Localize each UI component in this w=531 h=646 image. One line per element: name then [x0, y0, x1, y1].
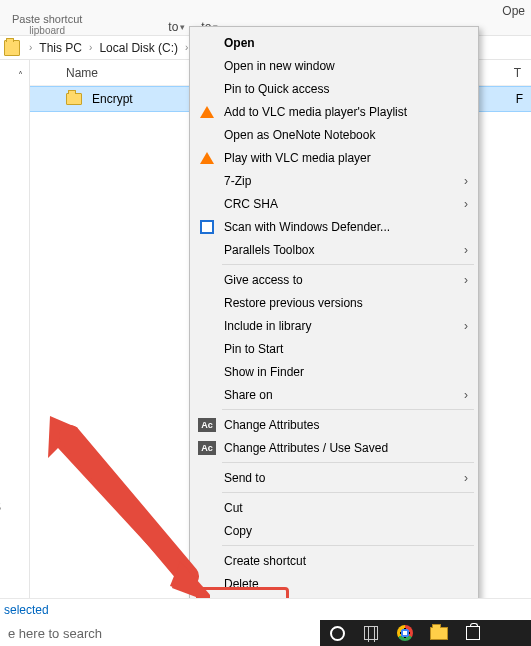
separator: [222, 462, 474, 463]
ctx-pin-start[interactable]: Pin to Start: [192, 337, 476, 360]
submenu-arrow-icon: ›: [464, 197, 468, 211]
column-right[interactable]: T: [514, 66, 531, 80]
ribbon-open[interactable]: Ope: [502, 0, 531, 18]
vlc-icon: [198, 103, 216, 121]
svg-line-2: [70, 436, 188, 576]
ctx-onenote[interactable]: Open as OneNote Notebook: [192, 123, 476, 146]
submenu-arrow-icon: ›: [464, 388, 468, 402]
submenu-arrow-icon: ›: [464, 273, 468, 287]
ctx-include-library[interactable]: Include in library›: [192, 314, 476, 337]
submenu-arrow-icon: ›: [464, 319, 468, 333]
ac-icon: Ac: [198, 416, 216, 434]
svg-marker-0: [48, 416, 190, 578]
ctx-restore-versions[interactable]: Restore previous versions: [192, 291, 476, 314]
vlc-icon: [198, 149, 216, 167]
ac-icon: Ac: [198, 439, 216, 457]
cortana-icon[interactable]: [320, 620, 354, 646]
explorer-icon[interactable]: [422, 620, 456, 646]
crumb-this-pc[interactable]: This PC: [37, 40, 84, 56]
ctx-7zip[interactable]: 7-Zip›: [192, 169, 476, 192]
separator: [222, 409, 474, 410]
taskbar-search[interactable]: e here to search: [0, 620, 320, 646]
column-name[interactable]: Name: [66, 66, 98, 80]
ctx-parallels[interactable]: Parallels Toolbox›: [192, 238, 476, 261]
annotation-arrow: [30, 406, 210, 616]
ctx-change-attributes-saved[interactable]: AcChange Attributes / Use Saved: [192, 436, 476, 459]
file-right-col: F: [516, 92, 531, 106]
chevron-down-icon: ▾: [180, 22, 185, 32]
store-icon[interactable]: [456, 620, 490, 646]
ctx-show-finder[interactable]: Show in Finder: [192, 360, 476, 383]
ctx-pin-quick-access[interactable]: Pin to Quick access: [192, 77, 476, 100]
nav-item[interactable]: ud File: [0, 158, 30, 184]
ribbon-paste-shortcut[interactable]: Paste shortcut lipboard: [4, 0, 90, 36]
crumb-local-disk[interactable]: Local Disk (C:): [97, 40, 180, 56]
submenu-arrow-icon: ›: [464, 174, 468, 188]
ribbon-clipboard-label: lipboard: [29, 25, 65, 36]
chevron-right-icon: ›: [84, 42, 97, 53]
nav-item[interactable]: C:): [0, 424, 30, 450]
nav-item[interactable]: WS.~B: [0, 468, 30, 494]
ctx-change-attributes[interactable]: AcChange Attributes: [192, 413, 476, 436]
ctx-send-to[interactable]: Send to›: [192, 466, 476, 489]
ctx-cut[interactable]: Cut: [192, 496, 476, 519]
ctx-share-on[interactable]: Share on›: [192, 383, 476, 406]
ctx-vlc-add[interactable]: Add to VLC media player's Playlist: [192, 100, 476, 123]
scroll-up-icon[interactable]: ˄: [18, 70, 23, 81]
submenu-arrow-icon: ›: [464, 243, 468, 257]
shield-icon: [198, 218, 216, 236]
separator: [222, 545, 474, 546]
ctx-vlc-play[interactable]: Play with VLC media player: [192, 146, 476, 169]
task-view-icon[interactable]: [354, 620, 388, 646]
separator: [222, 492, 474, 493]
separator: [222, 264, 474, 265]
ctx-defender[interactable]: Scan with Windows Defender...: [192, 215, 476, 238]
ctx-crc-sha[interactable]: CRC SHA›: [192, 192, 476, 215]
folder-icon: [66, 93, 82, 105]
file-name: Encrypt: [92, 92, 133, 106]
submenu-arrow-icon: ›: [464, 471, 468, 485]
status-text: selected: [4, 603, 49, 617]
nav-tree[interactable]: ˄ 0 gam ud File C:) WS.~B /S.~WS np: [0, 60, 30, 620]
taskbar: e here to search: [0, 620, 531, 646]
nav-item[interactable]: 0 gam: [0, 110, 30, 136]
ctx-create-shortcut[interactable]: Create shortcut: [192, 549, 476, 572]
context-menu: Open Open in new window Pin to Quick acc…: [189, 26, 479, 646]
nav-item[interactable]: np: [0, 520, 30, 546]
ctx-open[interactable]: Open: [192, 31, 476, 54]
nav-item[interactable]: /S.~WS: [0, 494, 30, 520]
ctx-give-access[interactable]: Give access to›: [192, 268, 476, 291]
search-placeholder: e here to search: [8, 626, 102, 641]
ctx-open-new-window[interactable]: Open in new window: [192, 54, 476, 77]
ctx-delete[interactable]: Delete: [192, 572, 476, 595]
chrome-icon[interactable]: [388, 620, 422, 646]
chevron-right-icon: ›: [24, 42, 37, 53]
ctx-copy[interactable]: Copy: [192, 519, 476, 542]
status-bar: selected: [0, 598, 531, 620]
drive-icon: [4, 40, 20, 56]
ribbon-paste-shortcut-label: Paste shortcut: [12, 13, 82, 25]
